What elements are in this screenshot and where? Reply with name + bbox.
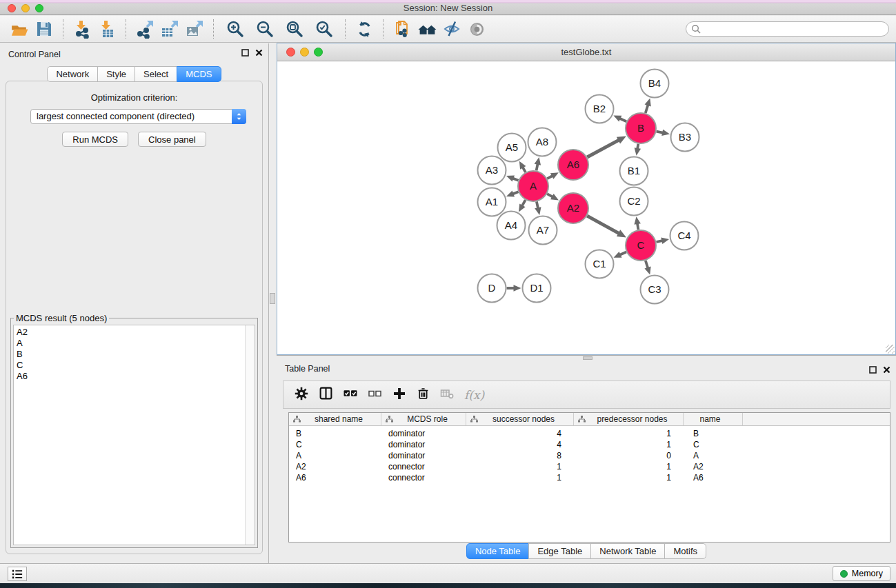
memory-button[interactable]: Memory [833,566,890,581]
column-header-name[interactable]: name [684,413,743,425]
float-panel-icon[interactable] [869,366,877,374]
maximize-network-icon[interactable] [314,48,323,57]
zoom-window-icon[interactable] [35,4,43,12]
graph-edge-A-A2[interactable] [547,194,552,196]
tab-style[interactable]: Style [97,66,135,82]
tab-network[interactable]: Network [47,66,98,82]
close-network-icon[interactable] [286,48,295,57]
table-options-button[interactable] [295,387,308,403]
table-cell: A2 [289,461,381,472]
tab-mcds[interactable]: MCDS [177,66,221,82]
task-history-button[interactable] [8,567,27,581]
delete-columns-button[interactable] [417,387,430,403]
tab-select[interactable]: Select [135,66,177,82]
graph-node-label: D1 [530,282,543,294]
export-image-button[interactable] [182,17,207,41]
minimize-network-icon[interactable] [300,48,309,57]
split-columns-icon [319,386,333,401]
save-session-button[interactable] [32,17,57,41]
zoom-out-button[interactable] [250,17,279,41]
tab-network-table[interactable]: Network Table [590,543,665,559]
close-panel-icon[interactable] [255,49,263,57]
close-window-icon[interactable] [8,4,16,12]
table-row[interactable]: A2connector11A2 [289,461,890,472]
table-row[interactable]: Bdominator41B [289,428,890,439]
table-row[interactable]: Cdominator41C [289,439,890,450]
mcds-result-item[interactable]: A2 [14,327,255,338]
zoom-in-button[interactable] [220,17,250,41]
mcds-result-item[interactable]: B [14,349,255,360]
graph-edge-A-A4[interactable] [522,200,526,206]
delete-table-button[interactable] [440,387,454,403]
hide-graphics-details-button[interactable] [439,17,464,41]
table-row[interactable]: Adominator80A [289,450,890,461]
run-mcds-button[interactable]: Run MCDS [62,132,128,147]
minimize-window-icon[interactable] [21,4,30,12]
mcds-result-item[interactable]: A [14,338,255,349]
tab-node-table[interactable]: Node Table [466,543,530,559]
graph-edge-A-A6[interactable] [547,176,552,179]
network-window-title: testGlobe.txt [277,43,895,61]
graph-edge-A-A3[interactable] [512,179,518,181]
table-panel: Table Panel [277,360,896,563]
graph-edge-A-A8[interactable] [537,164,538,171]
table-row[interactable]: A6connector11A6 [289,472,890,483]
column-header-MCDS-role[interactable]: MCDS role [381,413,466,425]
float-panel-icon[interactable] [241,49,249,57]
function-builder-button[interactable]: f(x) [464,388,484,402]
delete-table-icon [440,387,454,401]
import-network-button[interactable] [70,17,94,41]
mcds-result-list[interactable]: A2ABCA6 [13,325,255,545]
new-network-from-selection-button[interactable] [390,17,415,41]
column-header-predecessor-nodes[interactable]: predecessor nodes [574,413,684,425]
table-cell: C [289,439,381,450]
split-view-button[interactable] [319,386,333,403]
import-table-button[interactable] [94,17,119,41]
search-field[interactable] [686,21,889,37]
graph-edge-C-C4[interactable] [656,241,662,242]
edge-arrowhead-icon [644,267,650,275]
criterion-dropdown[interactable]: largest connected component (directed) [30,109,246,124]
graph-edge-C-C2[interactable] [637,223,638,230]
graph-edge-B-B1[interactable] [637,144,638,149]
show-graphics-details-button[interactable] [464,17,489,41]
show-home-views-button[interactable] [415,17,439,41]
mcds-result-item[interactable]: C [14,360,255,371]
graph-edge-B-B2[interactable] [619,119,626,122]
select-all-rows-button[interactable] [344,386,358,403]
splitter-handle[interactable] [270,293,275,304]
graph-edge-A-A5[interactable] [523,167,526,172]
network-window-titlebar[interactable]: testGlobe.txt [277,43,895,61]
deselect-all-rows-button[interactable] [368,387,382,403]
network-graph[interactable]: B4B2BB3A8A5A6A3B1AC2A1A2A4A7C4CC1DD1C3 [277,61,895,354]
graph-edge-C-C1[interactable] [620,252,626,254]
graph-edge-A2-C[interactable] [587,216,619,234]
resize-grip-icon[interactable] [886,345,895,354]
scrollbar-track[interactable] [245,325,255,545]
graph-edge-A6-B[interactable] [587,140,619,157]
export-table-button[interactable] [157,17,182,41]
graph-edge-A-A7[interactable] [537,201,538,208]
column-header-shared-name[interactable]: shared name [289,413,381,425]
search-input[interactable] [701,23,888,35]
zoom-selected-button[interactable] [309,17,339,41]
open-session-button[interactable] [7,17,32,41]
column-header-successor-nodes[interactable]: successor nodes [466,413,574,425]
mcds-result-item[interactable]: A6 [14,371,255,382]
tab-edge-table[interactable]: Edge Table [528,543,591,559]
horizontal-splitter[interactable] [277,355,896,360]
graph-edge-C-C3[interactable] [646,261,648,268]
graph-edge-B-B4[interactable] [646,105,648,113]
refresh-button[interactable] [352,17,377,41]
graph-node-label: C2 [627,195,640,207]
network-canvas[interactable]: B4B2BB3A8A5A6A3B1AC2A1A2A4A7C4CC1DD1C3 [277,61,895,354]
add-column-button[interactable] [392,387,406,403]
close-panel-button[interactable]: Close panel [138,132,206,147]
zoom-fit-button[interactable] [279,17,309,41]
vertical-splitter[interactable] [269,43,277,563]
graph-edge-A-A1[interactable] [512,192,518,194]
tab-motifs[interactable]: Motifs [664,543,706,559]
graph-edge-B-B3[interactable] [657,132,664,133]
close-panel-icon[interactable] [883,366,890,374]
export-network-button[interactable] [132,17,157,41]
